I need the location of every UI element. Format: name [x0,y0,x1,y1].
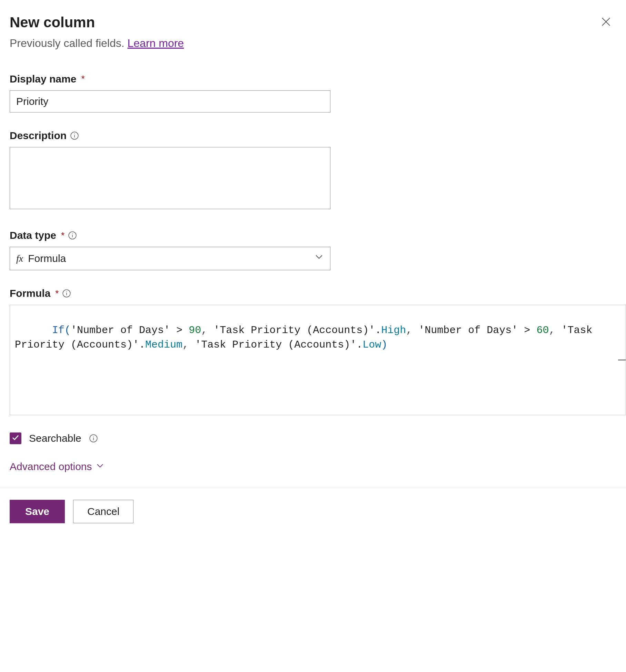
info-icon[interactable] [89,434,98,443]
searchable-row: Searchable [10,431,616,446]
formula-token: , [201,324,207,336]
svg-point-10 [67,291,67,292]
data-type-label: Data type [10,228,56,243]
formula-token: ( [64,324,71,336]
info-icon[interactable] [62,289,71,298]
display-name-label: Display name [10,72,76,86]
formula-token: Low [362,339,381,351]
data-type-select[interactable]: fx Formula [10,247,330,270]
formula-token [412,324,418,336]
info-icon[interactable] [70,131,79,140]
formula-token: . [139,339,145,351]
display-name-input[interactable] [10,90,330,113]
learn-more-link[interactable]: Learn more [127,37,184,49]
panel-footer: Save Cancel [0,488,626,535]
required-marker: * [54,287,59,300]
cancel-button[interactable]: Cancel [73,500,133,523]
formula-token [555,324,561,336]
formula-editor[interactable]: If('Number of Days' > 90, 'Task Priority… [10,305,626,415]
formula-token: , [406,324,412,336]
close-button[interactable] [598,15,614,32]
panel-title: New column [10,12,184,33]
caret-indicator [618,360,626,360]
advanced-options-toggle[interactable]: Advanced options [10,459,616,474]
required-marker: * [60,229,64,242]
formula-token: > [518,324,536,336]
formula-token: > [170,324,189,336]
description-input[interactable] [10,147,330,209]
close-icon [600,16,612,30]
description-label: Description [10,128,67,143]
chevron-down-icon [96,459,105,474]
formula-token: 'Task Priority (Accounts)' [195,339,356,351]
fx-icon: fx [16,252,23,265]
formula-token: ) [381,339,387,351]
formula-token: 90 [189,324,201,336]
formula-token: 'Number of Days' [71,324,170,336]
required-marker: * [80,72,85,85]
subtitle-text: Previously called fields. [10,37,127,49]
searchable-checkbox[interactable] [10,432,21,444]
formula-token: 'Number of Days' [418,324,518,336]
formula-token: , [182,339,189,351]
chevron-down-icon [314,252,324,265]
advanced-options-label: Advanced options [10,459,92,474]
panel-header: New column Previously called fields. Lea… [10,12,616,72]
formula-token: . [356,339,362,351]
formula-token [189,339,195,351]
svg-point-13 [93,436,94,437]
formula-token: High [381,324,406,336]
formula-token: Medium [145,339,182,351]
formula-token: . [375,324,381,336]
save-button[interactable]: Save [10,500,65,523]
new-column-panel: New column Previously called fields. Lea… [0,0,626,672]
svg-point-4 [74,133,75,134]
formula-field: Formula * If('Number of Days' > 90, 'Tas… [10,286,616,415]
formula-token: 'Task Priority (Accounts)' [213,324,375,336]
searchable-label: Searchable [29,431,81,446]
check-icon [12,432,19,445]
info-icon[interactable] [68,231,77,240]
svg-point-7 [72,233,73,234]
formula-token: 60 [536,324,549,336]
data-type-field: Data type * fx Formula [10,228,330,270]
formula-token: , [549,324,555,336]
display-name-field: Display name * [10,72,330,113]
formula-token: If [52,324,64,336]
description-field: Description [10,128,330,212]
formula-token [207,324,213,336]
panel-subtitle: Previously called fields. Learn more [10,36,184,51]
formula-label: Formula [10,286,50,301]
data-type-value: Formula [28,251,309,266]
